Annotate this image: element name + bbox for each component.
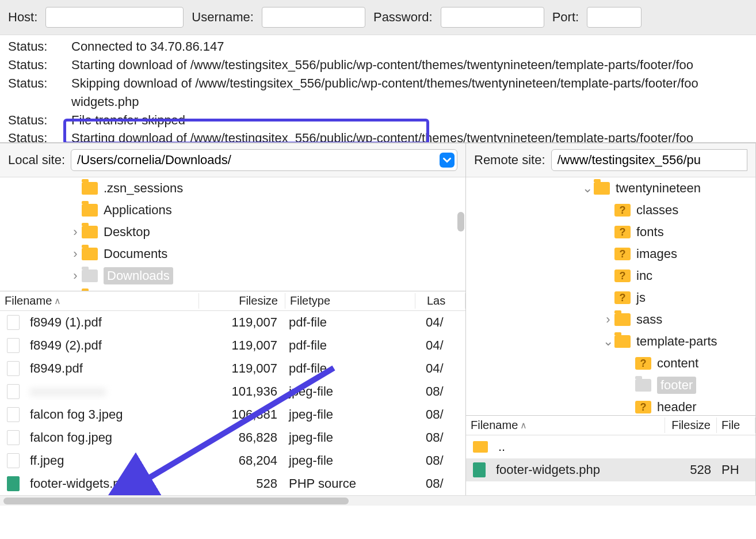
file-icon <box>7 407 20 422</box>
tree-item-label: Desktop <box>104 225 150 240</box>
host-label: Host: <box>8 10 37 25</box>
col-lastmodified[interactable]: Las <box>415 293 465 309</box>
col-filesize[interactable]: Filesize <box>199 293 285 309</box>
tree-item[interactable]: ›Library <box>0 287 465 291</box>
tree-item-label: Downloads <box>104 267 173 284</box>
tree-item-label: template-parts <box>636 334 717 349</box>
local-site-combo[interactable] <box>71 149 457 171</box>
sort-ascending-icon: ∧ <box>54 295 61 306</box>
chevron-right-icon[interactable]: › <box>69 225 82 240</box>
file-icon <box>7 384 20 399</box>
col-filetype[interactable]: File <box>717 417 755 433</box>
remote-site-label: Remote site: <box>474 153 545 168</box>
tree-item[interactable]: footer <box>466 374 755 396</box>
chevron-right-icon[interactable]: › <box>69 268 82 283</box>
chevron-down-icon[interactable] <box>440 153 455 168</box>
tree-item-label: js <box>636 290 646 305</box>
file-row[interactable]: f8949 (1).pdf119,007pdf-file04/ <box>0 311 465 334</box>
folder-icon <box>82 182 98 195</box>
local-pane: Local site: .zsn_sessionsApplications›De… <box>0 143 466 495</box>
port-label: Port: <box>552 10 579 25</box>
folder-unknown-icon: ? <box>635 357 651 370</box>
folder-unknown-icon: ? <box>614 226 631 238</box>
remote-tree[interactable]: ⌄twentynineteen?classes?fonts?images?inc… <box>466 177 755 416</box>
file-icon <box>7 453 20 468</box>
tree-item[interactable]: ?js <box>466 287 755 309</box>
scrollbar-thumb[interactable] <box>457 212 464 231</box>
file-type <box>719 446 755 448</box>
col-filetype[interactable]: Filetype <box>285 293 415 309</box>
file-size: 528 <box>665 461 717 479</box>
file-size: 119,007 <box>198 314 284 331</box>
file-name: f8949 (1).pdf <box>25 314 198 331</box>
remote-site-bar: Remote site: <box>466 143 755 177</box>
col-filesize[interactable]: Filesize <box>665 417 717 433</box>
status-line: widgets.php <box>71 93 748 111</box>
host-input[interactable] <box>45 7 184 28</box>
local-path-input[interactable] <box>71 151 440 169</box>
file-type: PH <box>717 461 755 479</box>
status-label: Status: <box>8 129 71 143</box>
chevron-right-icon[interactable]: › <box>69 246 82 261</box>
folder-icon <box>82 248 98 260</box>
chevron-right-icon[interactable]: › <box>69 290 82 291</box>
remote-path-input[interactable] <box>552 151 747 169</box>
chevron-down-icon[interactable]: ⌄ <box>602 334 614 349</box>
username-input[interactable] <box>262 7 365 28</box>
remote-file-list[interactable]: ..footer-widgets.php528PH <box>466 435 755 481</box>
status-log[interactable]: Status:Connected to 34.70.86.147 Status:… <box>0 35 756 143</box>
tree-item[interactable]: ›sass <box>466 309 755 331</box>
remote-list-header[interactable]: Filename∧ Filesize File <box>466 416 755 435</box>
file-name: .. <box>494 438 667 456</box>
folder-icon <box>82 270 98 282</box>
password-label: Password: <box>373 10 433 25</box>
local-list-header[interactable]: Filename∧ Filesize Filetype Las <box>0 291 465 311</box>
file-row[interactable]: .. <box>466 435 755 458</box>
tree-item-label: content <box>657 356 698 371</box>
tree-item-label: Applications <box>104 203 172 218</box>
status-label: Status: <box>8 56 71 74</box>
svg-line-0 <box>121 368 334 495</box>
file-icon <box>7 361 20 376</box>
status-line: Starting download of /www/testingsitex_5… <box>71 56 748 74</box>
file-last: 08/ <box>414 406 465 423</box>
sort-ascending-icon: ∧ <box>520 420 527 431</box>
tree-item[interactable]: ⌄twentynineteen <box>466 177 755 199</box>
file-row[interactable]: footer-widgets.php528PH <box>466 458 755 481</box>
tree-item[interactable]: ?header <box>466 396 755 416</box>
tree-item[interactable]: ›Documents <box>0 243 465 265</box>
tree-item[interactable]: ?images <box>466 243 755 265</box>
file-icon <box>473 462 486 477</box>
tree-item[interactable]: ⌄template-parts <box>466 331 755 352</box>
status-line: File transfer skipped <box>71 111 748 130</box>
local-tree[interactable]: .zsn_sessionsApplications›Desktop›Docume… <box>0 177 465 291</box>
file-icon <box>7 338 20 353</box>
horizontal-scrollbar[interactable] <box>0 495 756 506</box>
chevron-right-icon[interactable]: › <box>602 312 614 327</box>
tree-item-label: Library <box>104 290 142 291</box>
scrollbar-thumb[interactable] <box>3 498 349 504</box>
password-input[interactable] <box>441 7 544 28</box>
tree-item[interactable]: ?fonts <box>466 221 755 243</box>
tree-item[interactable]: ›Desktop <box>0 221 465 243</box>
col-filename[interactable]: Filename∧ <box>466 417 665 433</box>
status-label: Status: <box>8 37 71 56</box>
chevron-down-icon[interactable]: ⌄ <box>581 181 594 196</box>
tree-item[interactable]: .zsn_sessions <box>0 177 465 199</box>
tree-item[interactable]: ?inc <box>466 265 755 287</box>
tree-item[interactable]: ?content <box>466 352 755 374</box>
tree-item-label: classes <box>636 203 678 218</box>
file-last: 08/ <box>414 475 465 492</box>
port-input[interactable] <box>587 7 642 28</box>
tree-item-label: footer <box>657 377 696 394</box>
tree-item[interactable]: Applications <box>0 199 465 221</box>
file-last: 04/ <box>414 337 465 354</box>
folder-icon <box>82 204 98 217</box>
file-row[interactable]: f8949 (2).pdf119,007pdf-file04/ <box>0 334 465 357</box>
file-name: footer-widgets.php <box>491 461 665 479</box>
col-filename[interactable]: Filename∧ <box>0 293 199 309</box>
tree-item[interactable]: ?classes <box>466 199 755 221</box>
file-icon <box>7 315 20 330</box>
status-line: Connected to 34.70.86.147 <box>71 37 748 56</box>
tree-item[interactable]: ›Downloads <box>0 265 465 287</box>
